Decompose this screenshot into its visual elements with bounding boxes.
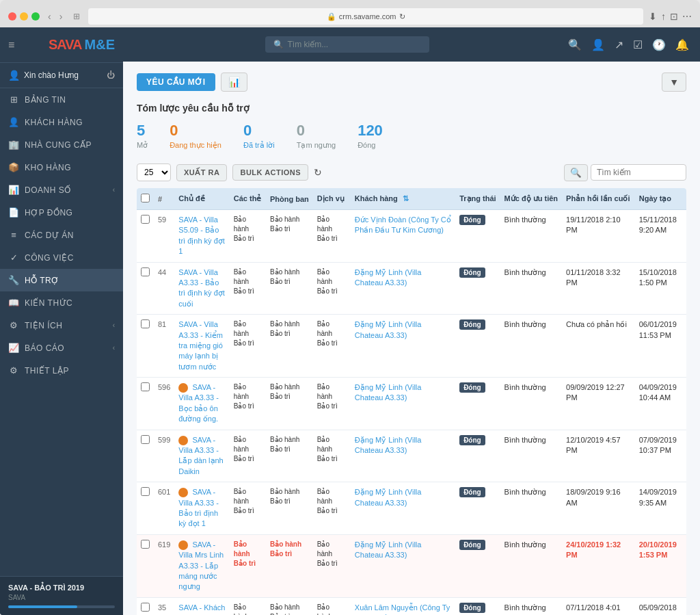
row-ngay-tao: 05/09/2018 8:38 AM: [635, 597, 686, 615]
refresh-button[interactable]: ↻: [314, 167, 322, 178]
sidebar-item-thiet-lap[interactable]: ⚙ THIẾT LẬP: [0, 359, 123, 382]
share-topnav-icon[interactable]: ↗: [615, 38, 623, 51]
row-checkbox-cell: [137, 378, 154, 430]
row-checkbox-cell: [137, 315, 154, 378]
row-phong-ban: Bảo hành Bảo trì: [266, 378, 313, 430]
sidebar-item-cac-du-an[interactable]: ≡ CÁC DỰ ÁN: [0, 224, 123, 246]
new-request-button[interactable]: YÊU CẦU MỚI: [137, 73, 215, 91]
row-phan-hoi: 12/10/2019 4:57 PM: [562, 430, 635, 482]
minimize-button[interactable]: [20, 12, 28, 21]
row-khach-hang-link[interactable]: Đặng Mỹ Linh (Villa Chateau A3.33): [355, 268, 422, 287]
row-chu-de: SAVA - Villa A3.33 - Bọc bảo ôn đường ốn…: [174, 378, 229, 430]
row-avatar: [178, 488, 188, 497]
row-khach-hang-link[interactable]: Đặng Mỹ Linh (Villa Chateau A3.33): [355, 383, 422, 402]
sidebar-label-cac-du-an: CÁC DỰ ÁN: [25, 231, 115, 240]
row-checkbox[interactable]: [141, 435, 150, 444]
bell-topnav-icon[interactable]: 🔔: [675, 38, 689, 51]
col-header-phan-hoi: Phản hồi lần cuối: [562, 188, 635, 210]
hamburger-icon[interactable]: ≡: [8, 39, 14, 51]
filter-button[interactable]: ▼: [662, 73, 686, 92]
col-header-num: #: [154, 188, 174, 210]
row-checkbox[interactable]: [141, 540, 150, 549]
address-bar[interactable]: 🔒 crm.savame.com ↻: [88, 8, 643, 25]
row-checkbox[interactable]: [141, 382, 150, 391]
share-icon[interactable]: ↑: [661, 11, 666, 22]
row-chu-de-link[interactable]: SAVA - Villa A3.33 - Bảo trì định kỳ đợt…: [178, 268, 224, 308]
page-size-select[interactable]: 25 50 100: [137, 163, 171, 181]
export-button[interactable]: XUẤT RA: [176, 164, 227, 181]
search-table-input[interactable]: [591, 164, 686, 181]
sidebar-item-doanh-so[interactable]: 📊 DOANH SỐ ‹: [0, 179, 123, 201]
search-table-icon[interactable]: 🔍: [564, 164, 588, 181]
row-khach-hang: Đặng Mỹ Linh (Villa Chateau A3.33): [351, 315, 455, 378]
row-trang-thai: Đóng: [455, 534, 500, 597]
maximize-button[interactable]: [31, 12, 40, 21]
row-khach-hang-link[interactable]: Đức Vịnh Đoàn (Công Ty Cổ Phần Đầu Tư Ki…: [355, 215, 451, 234]
topnav-icons: 🔍 👤 ↗ ☑ 🕐 🔔: [568, 38, 689, 51]
row-checkbox[interactable]: [141, 603, 150, 612]
close-button[interactable]: [8, 12, 16, 21]
row-khach-hang: Đặng Mỹ Linh (Villa Chateau A3.33): [351, 262, 455, 315]
col-header-khach-hang[interactable]: Khách hàng ⇅: [351, 188, 455, 210]
search-topnav-icon[interactable]: 🔍: [568, 38, 582, 51]
row-dich-vu: Bảo hành Bảo trì: [313, 482, 351, 535]
col-header-cac-the: Các thẻ: [230, 188, 266, 210]
row-khach-hang-link[interactable]: Xuân Lâm Nguyễn (Công Ty TNHH Đầu Tư Khá…: [355, 603, 450, 615]
row-checkbox[interactable]: [141, 319, 150, 328]
col-header-phong-ban: Phòng ban: [266, 188, 313, 210]
row-cac-the: Bảo hành Bảo trì: [230, 210, 266, 263]
row-ngay-tao: 20/10/2019 1:53 PM: [635, 534, 686, 597]
project-progress-fill: [8, 605, 77, 608]
sidebar-label-bao-cao: BÁO CÁO: [25, 343, 107, 353]
row-trang-thai-badge: Đóng: [459, 215, 485, 225]
sort-icon: ⇅: [403, 194, 409, 202]
row-khach-hang-link[interactable]: Đặng Mỹ Linh (Villa Chateau A3.33): [355, 320, 422, 339]
more-icon[interactable]: ⋯: [682, 11, 692, 22]
row-checkbox[interactable]: [141, 487, 150, 496]
home-icon: ⊞: [8, 94, 19, 105]
window-control[interactable]: ⊞: [70, 10, 83, 23]
select-all-checkbox[interactable]: [141, 194, 150, 202]
row-checkbox[interactable]: [141, 267, 150, 276]
row-avatar: [178, 540, 188, 550]
fullscreen-icon[interactable]: ⊡: [670, 11, 678, 22]
sidebar-item-khach-hang[interactable]: 👤 KHÁCH HÀNG: [0, 111, 123, 133]
row-trang-thai-badge: Đóng: [459, 319, 485, 330]
row-khach-hang: Đặng Mỹ Linh (Villa Chateau A3.33): [351, 482, 455, 535]
sidebar-item-kho-hang[interactable]: 📦 KHO HÀNG: [0, 156, 123, 179]
forward-button[interactable]: ›: [57, 10, 66, 23]
row-ngay-tao: 07/09/2019 10:37 PM: [635, 430, 686, 482]
sidebar-item-hop-dong[interactable]: 📄 HỢP ĐỒNG: [0, 201, 123, 224]
row-ngay-tao: 14/09/2019 9:35 AM: [635, 482, 686, 535]
row-checkbox-cell: [137, 430, 154, 482]
check-topnav-icon[interactable]: ☑: [633, 38, 643, 51]
row-phan-hoi: 09/09/2019 12:27 PM: [562, 378, 635, 430]
sidebar-item-kien-thuc[interactable]: 📖 KIẾN THỨC: [0, 291, 123, 314]
row-khach-hang-link[interactable]: Đặng Mỹ Linh (Villa Chateau A3.33): [355, 488, 422, 506]
sidebar-item-tien-ich[interactable]: ⚙ TIỆN ÍCH ‹: [0, 314, 123, 337]
bulk-actions-button[interactable]: BULK ACTIONS: [232, 164, 308, 181]
sidebar-item-bang-tin[interactable]: ⊞ BẢNG TIN: [0, 88, 123, 111]
user-avatar-icon[interactable]: 👤: [591, 38, 605, 51]
chart-view-button[interactable]: 📊: [221, 73, 247, 92]
sidebar-item-cong-viec[interactable]: ✓ CÔNG VIỆC: [0, 246, 123, 269]
table-row: 596 SAVA - Villa A3.33 - Bọc bảo ôn đườn…: [137, 378, 686, 430]
row-chu-de-link[interactable]: SAVA - Villa S5.09 - Bảo trì định kỳ đợt…: [178, 215, 224, 255]
row-chu-de-link[interactable]: SAVA - Khách sạn MaiSon - Bảo trì định k…: [178, 603, 225, 615]
lock-icon: 🔒: [327, 12, 336, 21]
task-icon: ✓: [8, 252, 19, 263]
clock-topnav-icon[interactable]: 🕐: [652, 38, 666, 51]
row-checkbox[interactable]: [141, 215, 150, 224]
row-phan-hoi: Chưa có phản hồi: [562, 315, 635, 378]
row-khach-hang-link[interactable]: Đặng Mỹ Linh (Villa Chateau A3.33): [355, 436, 422, 454]
power-icon[interactable]: ⏻: [107, 70, 115, 80]
row-khach-hang-link[interactable]: Đặng Mỹ Linh (Villa Chateau A3.33): [355, 540, 422, 559]
sidebar-item-bao-cao[interactable]: 📈 BÁO CÁO ‹: [0, 337, 123, 359]
search-input-wrap[interactable]: 🔍 Tìm kiếm...: [265, 36, 429, 53]
user-greeting-text: Xin chào Hưng: [24, 70, 79, 80]
back-button[interactable]: ‹: [45, 10, 54, 23]
sidebar-item-nha-cung-cap[interactable]: 🏢 NHÀ CUNG CẤP: [0, 133, 123, 156]
sidebar-item-ho-tro[interactable]: 🔧 HỖ TRỢ: [0, 269, 123, 291]
download-icon[interactable]: ⬇: [649, 11, 657, 22]
row-chu-de-link[interactable]: SAVA - Villa A3.33 - Kiểm tra miệng gió …: [178, 320, 222, 371]
